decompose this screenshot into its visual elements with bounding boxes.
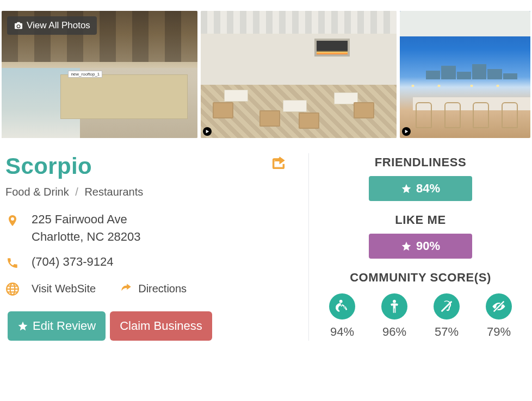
share-button[interactable] — [270, 155, 287, 173]
hearing-value: 57% — [435, 325, 459, 339]
claim-business-button[interactable]: Claim Business — [110, 311, 212, 341]
photo-gallery: new_rooftop_1 View All Photos — [0, 0, 532, 138]
eye-off-icon — [491, 299, 506, 314]
svg-point-5 — [339, 300, 343, 303]
edit-review-button[interactable]: Edit Review — [8, 311, 106, 341]
wheelchair-icon — [335, 299, 350, 314]
gallery-photo[interactable]: new_rooftop_1 View All Photos — [2, 11, 197, 138]
mobility-score: 94% — [323, 293, 362, 339]
globe-icon — [5, 282, 20, 296]
business-info-panel: Scorpio Food & Drink / Restaurants 225 F… — [0, 153, 309, 341]
mobility-value: 94% — [330, 325, 354, 339]
breadcrumb-category[interactable]: Food & Drink — [5, 186, 69, 198]
directions-link[interactable]: Directions — [138, 283, 187, 295]
hearing-score: 57% — [427, 293, 466, 339]
gallery-photo[interactable] — [201, 11, 397, 138]
photo-tag: new_rooftop_1 — [68, 71, 102, 78]
cognitive-value: 96% — [382, 325, 406, 339]
address-line-2: Charlotte, NC 28203 — [32, 230, 141, 244]
directions-icon — [119, 281, 133, 296]
camera-icon — [14, 22, 23, 29]
friendliness-value: 84% — [416, 181, 440, 196]
scores-panel: FRIENDLINESS 84% LIKE ME 90% COMMUNITY S… — [309, 153, 532, 341]
like-me-title: LIKE ME — [322, 213, 519, 227]
person-icon — [387, 299, 402, 314]
play-icon — [402, 127, 411, 136]
pin-icon — [6, 213, 19, 228]
breadcrumb-sub[interactable]: Restaurants — [84, 186, 143, 198]
vision-score: 79% — [479, 293, 518, 339]
claim-business-label: Claim Business — [120, 319, 202, 333]
gallery-photo[interactable] — [400, 11, 530, 138]
community-title: COMMUNITY SCORE(S) — [322, 271, 519, 285]
cognitive-score: 96% — [375, 293, 414, 339]
breadcrumb: Food & Drink / Restaurants — [5, 186, 295, 198]
links-row: Visit WebSite Directions — [5, 281, 295, 296]
phone-number[interactable]: (704) 373-9124 — [32, 255, 113, 269]
edit-review-label: Edit Review — [33, 319, 96, 333]
phone-icon — [6, 256, 19, 270]
like-me-value: 90% — [416, 239, 440, 253]
ear-off-icon — [439, 299, 454, 314]
friendliness-pill: 84% — [369, 176, 472, 201]
business-name: Scorpio — [5, 153, 295, 179]
star-icon — [17, 321, 28, 331]
address-line-1: 225 Fairwood Ave — [32, 212, 141, 227]
friendliness-title: FRIENDLINESS — [322, 155, 519, 170]
like-me-pill: 90% — [369, 234, 472, 259]
vision-value: 79% — [487, 325, 511, 339]
address-row: 225 Fairwood Ave Charlotte, NC 28203 — [5, 212, 295, 244]
star-icon — [401, 183, 412, 194]
phone-row: (704) 373-9124 — [5, 255, 295, 270]
view-all-label: View All Photos — [27, 20, 90, 31]
view-all-photos-button[interactable]: View All Photos — [7, 16, 97, 35]
star-icon — [401, 241, 412, 252]
website-link[interactable]: Visit WebSite — [32, 283, 96, 295]
svg-point-6 — [393, 300, 396, 303]
play-icon — [203, 127, 212, 136]
